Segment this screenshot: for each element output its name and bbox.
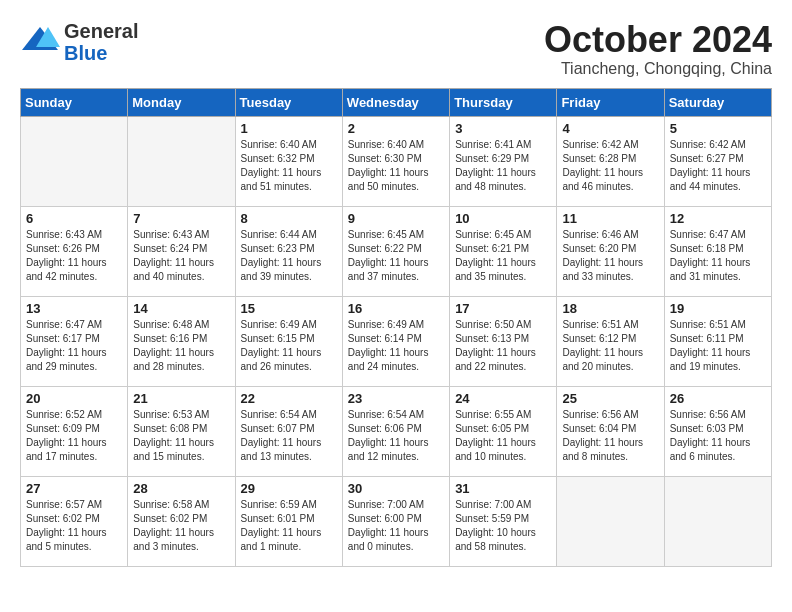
week-row-2: 13Sunrise: 6:47 AMSunset: 6:17 PMDayligh… [21, 296, 772, 386]
day-info: Sunrise: 6:48 AMSunset: 6:16 PMDaylight:… [133, 318, 229, 374]
header-day-thursday: Thursday [450, 88, 557, 116]
day-info: Sunrise: 6:47 AMSunset: 6:18 PMDaylight:… [670, 228, 766, 284]
day-number: 22 [241, 391, 337, 406]
calendar-cell: 31Sunrise: 7:00 AMSunset: 5:59 PMDayligh… [450, 476, 557, 566]
calendar-cell: 18Sunrise: 6:51 AMSunset: 6:12 PMDayligh… [557, 296, 664, 386]
calendar-cell: 16Sunrise: 6:49 AMSunset: 6:14 PMDayligh… [342, 296, 449, 386]
day-number: 28 [133, 481, 229, 496]
calendar-cell [664, 476, 771, 566]
day-number: 7 [133, 211, 229, 226]
calendar-table: SundayMondayTuesdayWednesdayThursdayFrid… [20, 88, 772, 567]
day-info: Sunrise: 6:55 AMSunset: 6:05 PMDaylight:… [455, 408, 551, 464]
logo: General Blue [20, 20, 138, 64]
day-number: 16 [348, 301, 444, 316]
header-day-wednesday: Wednesday [342, 88, 449, 116]
calendar-cell: 10Sunrise: 6:45 AMSunset: 6:21 PMDayligh… [450, 206, 557, 296]
calendar-cell: 15Sunrise: 6:49 AMSunset: 6:15 PMDayligh… [235, 296, 342, 386]
day-number: 26 [670, 391, 766, 406]
calendar-cell: 4Sunrise: 6:42 AMSunset: 6:28 PMDaylight… [557, 116, 664, 206]
title-block: October 2024 Tiancheng, Chongqing, China [544, 20, 772, 78]
day-number: 13 [26, 301, 122, 316]
header-day-sunday: Sunday [21, 88, 128, 116]
calendar-cell: 13Sunrise: 6:47 AMSunset: 6:17 PMDayligh… [21, 296, 128, 386]
day-number: 27 [26, 481, 122, 496]
calendar-cell: 21Sunrise: 6:53 AMSunset: 6:08 PMDayligh… [128, 386, 235, 476]
day-info: Sunrise: 7:00 AMSunset: 5:59 PMDaylight:… [455, 498, 551, 554]
day-info: Sunrise: 6:59 AMSunset: 6:01 PMDaylight:… [241, 498, 337, 554]
day-info: Sunrise: 6:40 AMSunset: 6:32 PMDaylight:… [241, 138, 337, 194]
day-info: Sunrise: 6:49 AMSunset: 6:14 PMDaylight:… [348, 318, 444, 374]
calendar-cell: 17Sunrise: 6:50 AMSunset: 6:13 PMDayligh… [450, 296, 557, 386]
day-info: Sunrise: 6:56 AMSunset: 6:04 PMDaylight:… [562, 408, 658, 464]
calendar-cell: 2Sunrise: 6:40 AMSunset: 6:30 PMDaylight… [342, 116, 449, 206]
calendar-cell: 23Sunrise: 6:54 AMSunset: 6:06 PMDayligh… [342, 386, 449, 476]
day-number: 30 [348, 481, 444, 496]
day-number: 23 [348, 391, 444, 406]
day-number: 10 [455, 211, 551, 226]
week-row-1: 6Sunrise: 6:43 AMSunset: 6:26 PMDaylight… [21, 206, 772, 296]
day-info: Sunrise: 6:42 AMSunset: 6:28 PMDaylight:… [562, 138, 658, 194]
day-info: Sunrise: 6:54 AMSunset: 6:07 PMDaylight:… [241, 408, 337, 464]
day-number: 17 [455, 301, 551, 316]
day-number: 20 [26, 391, 122, 406]
calendar-cell: 28Sunrise: 6:58 AMSunset: 6:02 PMDayligh… [128, 476, 235, 566]
day-info: Sunrise: 6:51 AMSunset: 6:12 PMDaylight:… [562, 318, 658, 374]
header-day-tuesday: Tuesday [235, 88, 342, 116]
header-day-monday: Monday [128, 88, 235, 116]
day-number: 2 [348, 121, 444, 136]
calendar-cell: 30Sunrise: 7:00 AMSunset: 6:00 PMDayligh… [342, 476, 449, 566]
calendar-cell [128, 116, 235, 206]
month-title: October 2024 [544, 20, 772, 60]
day-info: Sunrise: 6:56 AMSunset: 6:03 PMDaylight:… [670, 408, 766, 464]
location: Tiancheng, Chongqing, China [544, 60, 772, 78]
week-row-3: 20Sunrise: 6:52 AMSunset: 6:09 PMDayligh… [21, 386, 772, 476]
week-row-0: 1Sunrise: 6:40 AMSunset: 6:32 PMDaylight… [21, 116, 772, 206]
day-info: Sunrise: 6:49 AMSunset: 6:15 PMDaylight:… [241, 318, 337, 374]
day-number: 24 [455, 391, 551, 406]
day-info: Sunrise: 6:45 AMSunset: 6:22 PMDaylight:… [348, 228, 444, 284]
logo-general: General [64, 20, 138, 42]
calendar-cell: 6Sunrise: 6:43 AMSunset: 6:26 PMDaylight… [21, 206, 128, 296]
day-number: 5 [670, 121, 766, 136]
day-info: Sunrise: 6:42 AMSunset: 6:27 PMDaylight:… [670, 138, 766, 194]
calendar-cell: 22Sunrise: 6:54 AMSunset: 6:07 PMDayligh… [235, 386, 342, 476]
calendar-header: SundayMondayTuesdayWednesdayThursdayFrid… [21, 88, 772, 116]
day-info: Sunrise: 6:46 AMSunset: 6:20 PMDaylight:… [562, 228, 658, 284]
day-number: 29 [241, 481, 337, 496]
calendar-cell [557, 476, 664, 566]
calendar-cell: 20Sunrise: 6:52 AMSunset: 6:09 PMDayligh… [21, 386, 128, 476]
day-number: 4 [562, 121, 658, 136]
logo-blue: Blue [64, 42, 107, 64]
day-info: Sunrise: 6:45 AMSunset: 6:21 PMDaylight:… [455, 228, 551, 284]
logo-text-block: General Blue [64, 20, 138, 64]
day-info: Sunrise: 7:00 AMSunset: 6:00 PMDaylight:… [348, 498, 444, 554]
calendar-cell: 12Sunrise: 6:47 AMSunset: 6:18 PMDayligh… [664, 206, 771, 296]
page-header: General Blue October 2024 Tiancheng, Cho… [20, 20, 772, 78]
day-info: Sunrise: 6:44 AMSunset: 6:23 PMDaylight:… [241, 228, 337, 284]
day-info: Sunrise: 6:47 AMSunset: 6:17 PMDaylight:… [26, 318, 122, 374]
day-number: 12 [670, 211, 766, 226]
header-row: SundayMondayTuesdayWednesdayThursdayFrid… [21, 88, 772, 116]
calendar-cell [21, 116, 128, 206]
day-number: 15 [241, 301, 337, 316]
day-info: Sunrise: 6:52 AMSunset: 6:09 PMDaylight:… [26, 408, 122, 464]
day-info: Sunrise: 6:53 AMSunset: 6:08 PMDaylight:… [133, 408, 229, 464]
day-info: Sunrise: 6:51 AMSunset: 6:11 PMDaylight:… [670, 318, 766, 374]
day-info: Sunrise: 6:57 AMSunset: 6:02 PMDaylight:… [26, 498, 122, 554]
day-number: 6 [26, 211, 122, 226]
day-info: Sunrise: 6:43 AMSunset: 6:26 PMDaylight:… [26, 228, 122, 284]
day-number: 1 [241, 121, 337, 136]
day-info: Sunrise: 6:40 AMSunset: 6:30 PMDaylight:… [348, 138, 444, 194]
calendar-cell: 3Sunrise: 6:41 AMSunset: 6:29 PMDaylight… [450, 116, 557, 206]
calendar-cell: 5Sunrise: 6:42 AMSunset: 6:27 PMDaylight… [664, 116, 771, 206]
calendar-cell: 1Sunrise: 6:40 AMSunset: 6:32 PMDaylight… [235, 116, 342, 206]
header-day-saturday: Saturday [664, 88, 771, 116]
day-info: Sunrise: 6:54 AMSunset: 6:06 PMDaylight:… [348, 408, 444, 464]
day-number: 18 [562, 301, 658, 316]
day-number: 14 [133, 301, 229, 316]
day-number: 21 [133, 391, 229, 406]
week-row-4: 27Sunrise: 6:57 AMSunset: 6:02 PMDayligh… [21, 476, 772, 566]
logo-icon [20, 22, 60, 62]
day-number: 11 [562, 211, 658, 226]
calendar-cell: 24Sunrise: 6:55 AMSunset: 6:05 PMDayligh… [450, 386, 557, 476]
